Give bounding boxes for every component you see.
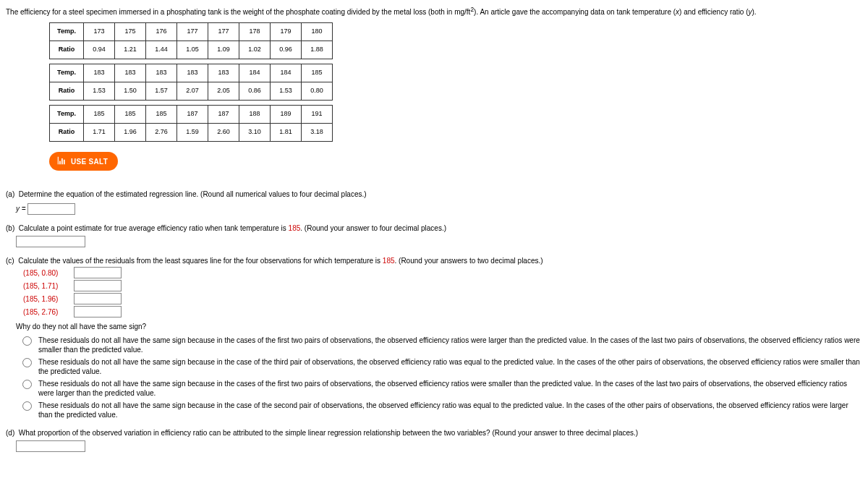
part-text: What proportion of the observed variatio… [19, 429, 638, 437]
part-label: (b) [6, 224, 14, 232]
radio-option-2[interactable]: These residuals do not all have the same… [19, 357, 862, 376]
radio-1[interactable] [22, 336, 32, 346]
residual-row: (185, 1.71) [23, 280, 862, 291]
table-row: Ratio 1.531.501.572.072.050.861.530.80 [50, 82, 333, 101]
use-salt-button[interactable]: USE SALT [49, 152, 118, 171]
part-d: (d) What proportion of the observed vari… [6, 428, 862, 452]
regression-equation-input[interactable] [27, 203, 75, 215]
intro-text: The efficiency for a steel specimen imme… [6, 6, 862, 17]
part-text: Determine the equation of the estimated … [19, 190, 367, 198]
residual-input-2[interactable] [74, 280, 122, 291]
point-label: (185, 0.80) [23, 268, 67, 278]
part-a: (a) Determine the equation of the estima… [6, 189, 862, 215]
ratio-header: Ratio [50, 41, 84, 59]
table-row: Temp. 183183183183183184184185 [50, 64, 333, 82]
point-label: (185, 2.76) [23, 307, 67, 317]
proportion-input[interactable] [16, 440, 85, 452]
table-row: Ratio 1.711.962.761.592.603.101.813.18 [50, 124, 333, 142]
radio-4[interactable] [22, 401, 32, 411]
table-row: Temp. 173175176177177178179180 [50, 23, 333, 41]
radio-option-1[interactable]: These residuals do not all have the same… [19, 336, 862, 354]
residual-row: (185, 0.80) [23, 267, 862, 278]
residual-row: (185, 1.96) [23, 293, 862, 304]
point-estimate-input[interactable] [16, 236, 85, 247]
table-row: Temp. 185185185187187188189191 [50, 106, 333, 124]
part-c: (c) Calculate the values of the residual… [6, 256, 862, 419]
why-question: Why do they not all have the same sign? [16, 322, 862, 331]
data-table-2: Temp. 183183183183183184184185 Ratio 1.5… [49, 64, 333, 101]
chart-icon [56, 155, 67, 167]
residual-row: (185, 2.76) [23, 306, 862, 317]
part-label: (c) [6, 257, 14, 265]
residual-input-1[interactable] [74, 267, 122, 278]
use-salt-label: USE SALT [71, 158, 108, 166]
data-table-3: Temp. 185185185187187188189191 Ratio 1.7… [49, 105, 333, 142]
radio-option-4[interactable]: These residuals do not all have the same… [19, 401, 862, 419]
part-label: (a) [6, 190, 14, 198]
radio-option-3[interactable]: These residuals do not all have the same… [19, 379, 862, 398]
residual-input-3[interactable] [74, 293, 122, 304]
y-equals-label: y = [16, 205, 26, 213]
point-label: (185, 1.96) [23, 294, 67, 304]
radio-3[interactable] [22, 380, 32, 389]
data-table-1: Temp. 173175176177177178179180 Ratio 0.9… [49, 22, 333, 59]
table-row: Ratio 0.941.211.441.051.091.020.961.88 [50, 41, 333, 59]
temp-header: Temp. [50, 23, 84, 41]
part-b: (b) Calculate a point estimate for true … [6, 223, 862, 247]
residual-input-4[interactable] [74, 306, 122, 317]
part-label: (d) [6, 429, 14, 437]
radio-2[interactable] [22, 358, 32, 367]
point-label: (185, 1.71) [23, 281, 67, 291]
